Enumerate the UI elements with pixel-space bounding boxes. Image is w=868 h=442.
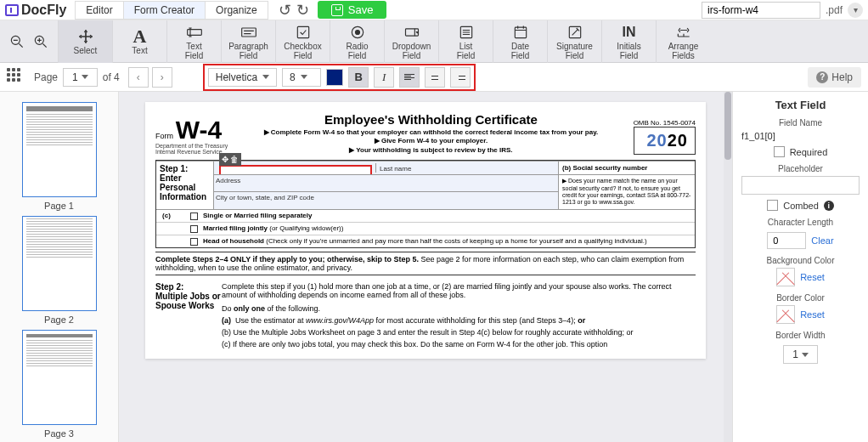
help-button[interactable]: ?Help xyxy=(808,67,861,88)
page-select[interactable]: 1 xyxy=(63,68,98,87)
bold-button[interactable]: B xyxy=(348,67,369,88)
align-left-button[interactable] xyxy=(399,67,420,88)
thumb-label-1: Page 1 xyxy=(0,201,118,211)
field-ssn-label: (b) Social security number xyxy=(559,161,695,174)
delete-icon[interactable]: 🗑 xyxy=(230,155,239,164)
align-center-button[interactable] xyxy=(425,67,445,88)
bw-label: Border Width xyxy=(741,331,860,340)
undo-icon[interactable]: ↺ xyxy=(279,1,291,20)
form-sub: ▶ Complete Form W-4 so that your employe… xyxy=(235,128,626,155)
clear-link[interactable]: Clear xyxy=(811,235,833,246)
thumbnail-panel: Page 1 Page 2 Page 3 xyxy=(0,92,119,442)
next-page-button[interactable]: › xyxy=(152,67,172,88)
zoom-in-icon[interactable] xyxy=(31,31,51,52)
thumbnails-toggle[interactable] xyxy=(7,68,25,87)
font-color-picker[interactable] xyxy=(326,69,343,86)
combed-checkbox[interactable] xyxy=(767,200,778,211)
top-bar: DocFly Editor Form Creator Organize ↺ ↻ … xyxy=(0,0,868,20)
tab-editor[interactable]: Editor xyxy=(75,1,123,20)
step1-label: Step 1:Enter Personal Information xyxy=(156,161,214,209)
tool-select[interactable]: Select xyxy=(58,20,112,63)
format-group-highlighted: Helvetica 8 B I xyxy=(203,64,476,91)
required-label: Required xyxy=(790,147,828,157)
info-icon[interactable]: i xyxy=(824,201,834,211)
zoom-out-icon[interactable] xyxy=(7,31,27,52)
document-canvas[interactable]: Form W-4 Department of the Treasury Inte… xyxy=(119,92,732,442)
tool-text[interactable]: AText xyxy=(112,20,166,63)
thumb-page-3[interactable] xyxy=(22,330,97,425)
border-reset-link[interactable]: Reset xyxy=(800,309,825,320)
charlen-input[interactable] xyxy=(767,232,806,249)
tool-initials-field[interactable]: INInitials Field xyxy=(601,20,656,63)
placeholder-label: Placeholder xyxy=(741,164,860,173)
logo-icon xyxy=(5,4,19,16)
tab-organize[interactable]: Organize xyxy=(205,1,268,20)
tool-radio-field[interactable]: Radio Field xyxy=(330,20,384,63)
tool-dropdown-field[interactable]: Dropdown Field xyxy=(384,20,438,63)
bg-color-swatch[interactable] xyxy=(776,268,795,286)
checkbox-married[interactable] xyxy=(190,225,198,233)
svg-point-6 xyxy=(355,30,359,34)
thumb-label-3: Page 3 xyxy=(0,428,118,439)
properties-panel: Text Field Field Name f1_01[0] Required … xyxy=(732,92,868,442)
border-color-swatch[interactable] xyxy=(776,305,795,324)
required-checkbox[interactable] xyxy=(774,146,785,157)
save-icon xyxy=(331,4,343,16)
filename-input[interactable] xyxy=(702,2,820,19)
file-ext-label: .pdf xyxy=(826,4,843,16)
tool-list-field[interactable]: List Field xyxy=(438,20,493,63)
thumb-label-2: Page 2 xyxy=(0,314,118,325)
dept-label: Department of the Treasury Internal Reve… xyxy=(155,143,228,155)
field-toolbar: Select AText Text Field Paragraph Field … xyxy=(0,20,868,63)
bg-reset-link[interactable]: Reset xyxy=(800,272,825,282)
thumb-page-2[interactable] xyxy=(22,216,97,311)
bg-label: Background Color xyxy=(741,256,860,265)
svg-rect-4 xyxy=(297,26,308,37)
checkbox-hoh[interactable] xyxy=(190,238,198,246)
tool-paragraph-field[interactable]: Paragraph Field xyxy=(221,20,275,63)
svg-rect-3 xyxy=(241,28,256,37)
combed-label: Combed xyxy=(783,201,819,211)
svg-rect-2 xyxy=(187,29,201,35)
tool-date-field[interactable]: Date Field xyxy=(493,20,547,63)
form-title: Employee's Withholding Certificate xyxy=(235,112,626,127)
page-of-label: of 4 xyxy=(103,71,120,83)
fieldname-label: Field Name xyxy=(741,118,860,128)
align-right-button[interactable] xyxy=(450,67,471,88)
checkbox-single[interactable] xyxy=(190,212,198,220)
scrollbar[interactable] xyxy=(724,92,732,442)
field-first-name[interactable]: name and middle initial ✥ 🗑 Katherine La… xyxy=(214,161,559,174)
tool-text-field[interactable]: Text Field xyxy=(166,20,221,63)
ssn-match-text: ▶ Does your name match the name on your … xyxy=(559,174,695,209)
italic-button[interactable]: I xyxy=(374,67,394,88)
font-select[interactable]: Helvetica xyxy=(208,68,277,87)
redo-icon[interactable]: ↻ xyxy=(296,1,309,20)
save-button[interactable]: Save xyxy=(318,1,387,19)
fieldname-value: f1_01[0] xyxy=(741,131,860,141)
border-width-select[interactable]: 1 xyxy=(783,345,818,364)
field-address: Address xyxy=(214,174,559,191)
omb-number: OMB No. 1545-0074 xyxy=(634,119,696,127)
panel-title: Text Field xyxy=(741,99,860,111)
complete-steps-note: Complete Steps 2–4 ONLY if they apply to… xyxy=(155,252,696,275)
field-last-name: Last name xyxy=(375,163,556,173)
prev-page-button[interactable]: ‹ xyxy=(128,67,149,88)
form-word: Form xyxy=(155,132,173,140)
field-handle[interactable]: ✥ 🗑 xyxy=(219,153,241,166)
page-label: Page xyxy=(34,71,58,83)
tool-signature-field[interactable]: Signature Field xyxy=(547,20,601,63)
move-icon[interactable]: ✥ xyxy=(222,155,228,164)
tab-form-creator[interactable]: Form Creator xyxy=(123,1,206,20)
app-logo: DocFly xyxy=(5,3,66,18)
field-city: City or town, state, and ZIP code xyxy=(214,191,559,208)
border-label: Border Color xyxy=(741,293,860,303)
svg-rect-9 xyxy=(515,27,526,37)
format-toolbar: Page 1 of 4 ‹ › Helvetica 8 B I ?Help xyxy=(0,63,868,92)
tool-arrange-fields[interactable]: Arrange Fields xyxy=(656,20,710,63)
font-size-select[interactable]: 8 xyxy=(282,68,321,87)
form-number: W-4 xyxy=(176,116,222,144)
thumb-page-1[interactable] xyxy=(22,102,97,197)
placeholder-input[interactable] xyxy=(741,176,860,195)
file-menu-dropdown[interactable]: ▾ xyxy=(848,3,863,18)
tool-checkbox-field[interactable]: Checkbox Field xyxy=(275,20,330,63)
